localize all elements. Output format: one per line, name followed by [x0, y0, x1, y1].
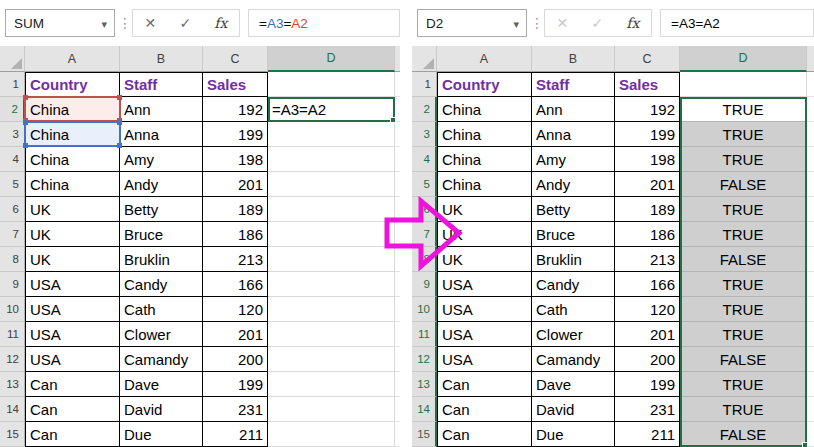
- row-header-13[interactable]: 13: [412, 372, 437, 397]
- cell-a2[interactable]: China: [437, 97, 532, 122]
- row-header-10[interactable]: 10: [0, 297, 25, 322]
- column-header-c[interactable]: C: [203, 46, 268, 72]
- cell-a6[interactable]: UK: [25, 197, 120, 222]
- cell-c9[interactable]: 166: [203, 272, 268, 297]
- column-header-b[interactable]: B: [532, 46, 615, 72]
- cell-c13[interactable]: 199: [203, 372, 268, 397]
- cell-d10[interactable]: TRUE: [680, 297, 807, 322]
- cell-a10[interactable]: USA: [25, 297, 120, 322]
- cell-d10[interactable]: [268, 297, 395, 322]
- cell-d11[interactable]: TRUE: [680, 322, 807, 347]
- cell-c5[interactable]: 201: [203, 172, 268, 197]
- cell-a15[interactable]: Can: [437, 422, 532, 447]
- cell-a12[interactable]: USA: [25, 347, 120, 372]
- cell-a7[interactable]: UK: [25, 222, 120, 247]
- column-header-a[interactable]: A: [25, 46, 120, 72]
- cell-d6[interactable]: TRUE: [680, 197, 807, 222]
- row-header-12[interactable]: 12: [0, 347, 25, 372]
- cell-d15[interactable]: [268, 422, 395, 447]
- column-header-b[interactable]: B: [120, 46, 203, 72]
- enter-icon[interactable]: ✓: [591, 15, 603, 31]
- cell-c10[interactable]: 120: [203, 297, 268, 322]
- cell-c11[interactable]: 201: [615, 322, 680, 347]
- formula-bar-dots-divider[interactable]: ⋮: [532, 9, 542, 37]
- cell-b2[interactable]: Ann: [120, 97, 203, 122]
- cell-a13[interactable]: Can: [437, 372, 532, 397]
- enter-icon[interactable]: ✓: [179, 15, 191, 31]
- cell-b1[interactable]: Staff: [120, 72, 203, 97]
- cell-d2-editing[interactable]: =A3=A2: [268, 97, 395, 122]
- cell-c1[interactable]: Sales: [203, 72, 268, 97]
- row-header-12[interactable]: 12: [412, 347, 437, 372]
- row-header-11[interactable]: 11: [0, 322, 25, 347]
- cell-b14[interactable]: David: [120, 397, 203, 422]
- cell-a8[interactable]: UK: [25, 247, 120, 272]
- cell-c4[interactable]: 198: [203, 147, 268, 172]
- row-header-1[interactable]: 1: [0, 72, 25, 97]
- cell-d8[interactable]: FALSE: [680, 247, 807, 272]
- select-all-corner[interactable]: [0, 46, 25, 72]
- cell-c14[interactable]: 231: [615, 397, 680, 422]
- insert-function-icon[interactable]: fx: [214, 15, 227, 31]
- cell-c11[interactable]: 201: [203, 322, 268, 347]
- cell-d5[interactable]: FALSE: [680, 172, 807, 197]
- cell-d13[interactable]: TRUE: [680, 372, 807, 397]
- cell-c1[interactable]: Sales: [615, 72, 680, 97]
- name-box[interactable]: D2 ▾: [417, 9, 527, 37]
- cell-b15[interactable]: Due: [532, 422, 615, 447]
- cell-d1[interactable]: [268, 72, 395, 97]
- cell-b4[interactable]: Amy: [120, 147, 203, 172]
- row-header-3[interactable]: 3: [412, 122, 437, 147]
- cell-a14[interactable]: Can: [437, 397, 532, 422]
- cell-a10[interactable]: USA: [437, 297, 532, 322]
- name-box-dropdown-icon[interactable]: ▾: [513, 18, 519, 31]
- cell-c8[interactable]: 213: [615, 247, 680, 272]
- cell-c7[interactable]: 186: [615, 222, 680, 247]
- cell-d9[interactable]: TRUE: [680, 272, 807, 297]
- cancel-icon[interactable]: ✕: [557, 15, 569, 31]
- cell-b13[interactable]: Dave: [120, 372, 203, 397]
- cell-b9[interactable]: Candy: [120, 272, 203, 297]
- row-header-11[interactable]: 11: [412, 322, 437, 347]
- column-header-d[interactable]: D: [680, 46, 807, 72]
- cell-d3[interactable]: TRUE: [680, 122, 807, 147]
- cell-c9[interactable]: 166: [615, 272, 680, 297]
- row-header-8[interactable]: 8: [0, 247, 25, 272]
- cell-b15[interactable]: Due: [120, 422, 203, 447]
- cell-b8[interactable]: Bruklin: [532, 247, 615, 272]
- cell-c3[interactable]: 199: [615, 122, 680, 147]
- row-header-1[interactable]: 1: [412, 72, 437, 97]
- row-header-2[interactable]: 2: [412, 97, 437, 122]
- cell-a3[interactable]: China: [25, 122, 120, 147]
- cell-d9[interactable]: [268, 272, 395, 297]
- cell-c12[interactable]: 200: [615, 347, 680, 372]
- column-header-a[interactable]: A: [437, 46, 532, 72]
- cell-c12[interactable]: 200: [203, 347, 268, 372]
- row-header-4[interactable]: 4: [412, 147, 437, 172]
- cell-b7[interactable]: Bruce: [532, 222, 615, 247]
- cell-a1[interactable]: Country: [437, 72, 532, 97]
- cell-c15[interactable]: 211: [615, 422, 680, 447]
- cell-d4[interactable]: TRUE: [680, 147, 807, 172]
- cell-a14[interactable]: Can: [25, 397, 120, 422]
- column-header-d[interactable]: D: [268, 46, 395, 72]
- insert-function-icon[interactable]: fx: [626, 15, 639, 31]
- row-header-2[interactable]: 2: [0, 97, 25, 122]
- cell-b12[interactable]: Camandy: [120, 347, 203, 372]
- cell-d14[interactable]: [268, 397, 395, 422]
- cell-d7[interactable]: [268, 222, 395, 247]
- row-header-7[interactable]: 7: [0, 222, 25, 247]
- formula-bar-dots-divider[interactable]: ⋮: [120, 9, 130, 37]
- cell-c8[interactable]: 213: [203, 247, 268, 272]
- cell-a12[interactable]: USA: [437, 347, 532, 372]
- cell-c10[interactable]: 120: [615, 297, 680, 322]
- cell-b3[interactable]: Anna: [532, 122, 615, 147]
- cell-b5[interactable]: Andy: [120, 172, 203, 197]
- cell-b10[interactable]: Cath: [120, 297, 203, 322]
- cell-c6[interactable]: 189: [615, 197, 680, 222]
- cell-c5[interactable]: 201: [615, 172, 680, 197]
- cell-a4[interactable]: China: [25, 147, 120, 172]
- row-header-3[interactable]: 3: [0, 122, 25, 147]
- row-header-6[interactable]: 6: [0, 197, 25, 222]
- cell-c6[interactable]: 189: [203, 197, 268, 222]
